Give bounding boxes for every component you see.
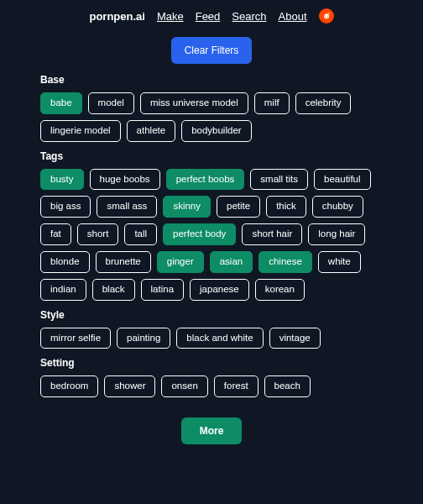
filter-tag[interactable]: black and white [176, 328, 263, 349]
svg-point-2 [326, 15, 327, 16]
filter-tag[interactable]: painting [117, 328, 170, 349]
filter-tag[interactable]: busty [40, 169, 84, 191]
filter-section: Tagsbustyhuge boobsperfect boobssmall ti… [40, 150, 383, 301]
filter-tag[interactable]: bedroom [40, 375, 98, 397]
svg-point-3 [328, 13, 330, 14]
filter-tag[interactable]: vintage [269, 328, 321, 349]
filter-tag[interactable]: mirror selfie [40, 328, 111, 349]
filter-tag[interactable]: thick [266, 196, 306, 218]
filter-tag[interactable]: huge boobs [90, 169, 160, 191]
filter-tag[interactable]: blonde [40, 251, 90, 273]
filter-tag[interactable]: short hair [242, 223, 302, 245]
filter-tag[interactable]: small tits [250, 169, 308, 191]
more-button[interactable]: More [181, 417, 243, 444]
section-title: Setting [40, 357, 383, 369]
filter-content: Basebabemodelmiss universe modelmilfcele… [0, 74, 423, 397]
filter-tag[interactable]: japanese [190, 279, 249, 301]
filter-tag[interactable]: fat [40, 223, 71, 245]
filter-tag[interactable]: ginger [157, 251, 204, 273]
filter-section: Settingbedroomshoweronsenforestbeach [40, 357, 383, 397]
nav-search[interactable]: Search [232, 10, 266, 23]
svg-point-1 [324, 15, 325, 16]
tags-container: bustyhuge boobsperfect boobssmall titsbe… [40, 169, 383, 301]
filter-tag[interactable]: beach [264, 375, 311, 397]
svg-line-4 [326, 13, 328, 14]
section-title: Base [40, 74, 383, 86]
clear-filters-button[interactable]: Clear Filters [171, 37, 253, 64]
filter-tag[interactable]: latina [141, 279, 185, 301]
more-wrap: More [0, 406, 423, 456]
filter-tag[interactable]: korean [255, 279, 305, 301]
filter-tag[interactable]: babe [40, 92, 82, 114]
filter-tag[interactable]: asian [210, 251, 253, 273]
tags-container: bedroomshoweronsenforestbeach [40, 375, 383, 397]
nav-about[interactable]: About [279, 10, 307, 23]
nav-make[interactable]: Make [157, 10, 184, 23]
section-title: Tags [40, 150, 383, 162]
filter-tag[interactable]: lingerie model [40, 120, 121, 142]
filter-tag[interactable]: forest [214, 375, 258, 397]
tags-container: babemodelmiss universe modelmilfcelebrit… [40, 92, 383, 142]
filter-tag[interactable]: athlete [127, 120, 176, 142]
reddit-icon[interactable] [319, 8, 334, 24]
filter-tag[interactable]: perfect boobs [166, 169, 245, 191]
filter-tag[interactable]: perfect body [163, 223, 236, 245]
filter-section: Stylemirror selfiepaintingblack and whit… [40, 309, 383, 349]
tags-container: mirror selfiepaintingblack and whitevint… [40, 328, 383, 349]
filter-tag[interactable]: long hair [308, 223, 365, 245]
filter-tag[interactable]: indian [40, 279, 86, 301]
filter-tag[interactable]: tall [124, 223, 157, 245]
filter-tag[interactable]: white [318, 251, 361, 273]
filter-tag[interactable]: model [88, 92, 134, 114]
filter-tag[interactable]: small ass [97, 196, 157, 218]
section-title: Style [40, 309, 383, 321]
filter-tag[interactable]: beautiful [314, 169, 370, 191]
filter-tag[interactable]: miss universe model [140, 92, 248, 114]
filter-tag[interactable]: chinese [258, 251, 312, 273]
filter-tag[interactable]: chubby [312, 196, 363, 218]
filter-tag[interactable]: bodybuilder [181, 120, 251, 142]
filter-tag[interactable]: celebrity [295, 92, 352, 114]
filter-tag[interactable]: short [77, 223, 119, 245]
filter-section: Basebabemodelmiss universe modelmilfcele… [40, 74, 383, 142]
brand[interactable]: pornpen.ai [89, 10, 144, 23]
header: pornpen.ai Make Feed Search About [0, 0, 423, 30]
nav-feed[interactable]: Feed [196, 10, 221, 23]
filter-tag[interactable]: shower [104, 375, 155, 397]
filter-tag[interactable]: skinny [163, 196, 211, 218]
clear-filters-wrap: Clear Filters [0, 30, 423, 74]
filter-tag[interactable]: milf [254, 92, 290, 114]
filter-tag[interactable]: petite [217, 196, 260, 218]
filter-tag[interactable]: brunette [96, 251, 151, 273]
filter-tag[interactable]: black [92, 279, 135, 301]
filter-tag[interactable]: onsen [161, 375, 207, 397]
filter-tag[interactable]: big ass [40, 196, 91, 218]
